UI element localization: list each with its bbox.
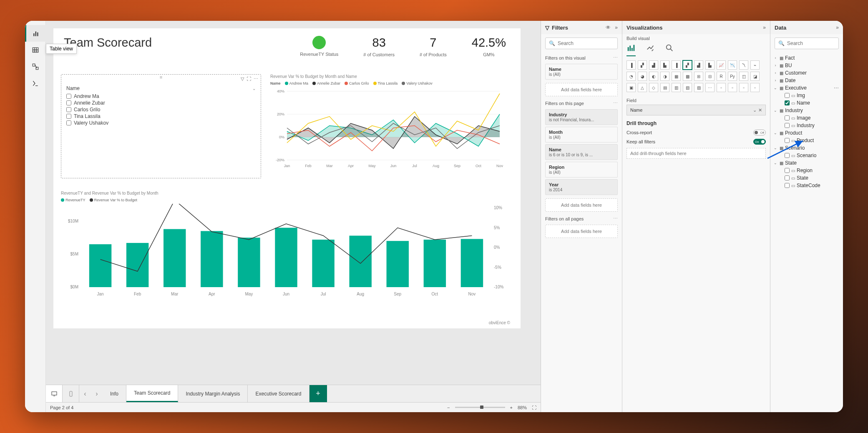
field-img[interactable]: ▭Img: [773, 92, 840, 99]
viz-type-tile[interactable]: ⊞: [694, 72, 703, 81]
filter-icon[interactable]: ▽: [241, 76, 244, 82]
filter-card[interactable]: Regionis (All): [545, 162, 618, 178]
field-state[interactable]: ▭State: [773, 174, 840, 182]
filters-search-input[interactable]: [558, 40, 620, 46]
report-view-button[interactable]: [25, 25, 46, 42]
slicer-item[interactable]: Carlos Grilo: [66, 106, 256, 113]
collapse-icon[interactable]: »: [836, 25, 839, 30]
table-date[interactable]: ›▦Date: [773, 77, 840, 84]
viz-type-tile[interactable]: ▫: [750, 83, 760, 92]
more-icon[interactable]: ⋯: [254, 76, 258, 82]
collapse-icon[interactable]: »: [615, 25, 618, 30]
field-region[interactable]: ▭Region: [773, 167, 840, 174]
viz-type-tile[interactable]: 📉: [728, 60, 737, 70]
viz-type-tile[interactable]: ◪: [750, 72, 760, 81]
viz-type-tile[interactable]: ▙: [660, 60, 669, 70]
desktop-layout-button[interactable]: [46, 385, 63, 402]
viz-type-tile[interactable]: ◫: [739, 72, 748, 81]
build-visual-tab[interactable]: [626, 43, 636, 56]
report-canvas[interactable]: Team Scorecard RevenueTY Status 83# of C…: [46, 21, 541, 385]
viz-type-tile[interactable]: ▞: [683, 60, 692, 70]
filter-card[interactable]: Nameis 6 or is 10 or is 9, is ...: [545, 144, 618, 160]
dax-view-button[interactable]: [25, 75, 46, 92]
focus-icon[interactable]: ⛶: [247, 76, 251, 82]
slicer-item[interactable]: Valery Ushakov: [66, 120, 256, 126]
viz-type-tile[interactable]: ▦: [672, 72, 681, 81]
field-industry[interactable]: ▭Industry: [773, 122, 840, 129]
field-scenario[interactable]: ▭Scenario: [773, 152, 840, 159]
viz-type-tile[interactable]: ◇: [649, 83, 658, 92]
fit-page-icon[interactable]: ⛶: [532, 405, 536, 410]
add-report-filter[interactable]: Add data fields here: [545, 225, 618, 238]
viz-type-tile[interactable]: ⋯: [705, 83, 715, 92]
add-page-button[interactable]: +: [309, 385, 327, 402]
viz-type-tile[interactable]: R: [717, 72, 726, 81]
table-customer[interactable]: ›▦Customer: [773, 69, 840, 77]
dots-icon[interactable]: ⋯: [613, 100, 618, 106]
table-bu[interactable]: ›▦BU: [773, 62, 840, 69]
zoom-in[interactable]: +: [510, 405, 513, 410]
filter-card[interactable]: Industryis not Financial, Insura...: [545, 109, 618, 125]
analytics-tab[interactable]: [665, 43, 674, 56]
viz-type-tile[interactable]: ▐: [672, 60, 681, 70]
viz-type-tile[interactable]: 📈: [717, 60, 726, 70]
zoom-out[interactable]: −: [447, 405, 450, 410]
tab-info[interactable]: Info: [103, 385, 126, 402]
field-well-name[interactable]: Name ⌄✕: [626, 105, 766, 115]
collapse-icon[interactable]: »: [763, 25, 766, 30]
viz-type-tile[interactable]: ▤: [660, 83, 669, 92]
keep-filters-toggle[interactable]: On: [753, 139, 766, 145]
viz-type-tile[interactable]: ▩: [683, 72, 692, 81]
viz-type-tile[interactable]: ▟: [649, 60, 658, 70]
table-view-button[interactable]: Table view: [25, 42, 46, 58]
add-visual-filter[interactable]: Add data fields here: [545, 83, 618, 96]
viz-type-tile[interactable]: ⌁: [750, 60, 760, 70]
chevron-down-icon[interactable]: ⌄: [753, 108, 757, 113]
viz-type-tile[interactable]: ▐: [626, 60, 636, 70]
revenue-combo-chart[interactable]: RevenueTY and Revenue Var % to Budget by…: [61, 191, 512, 316]
eye-icon[interactable]: 👁: [606, 25, 611, 30]
dots-icon[interactable]: ⋯: [613, 55, 618, 60]
filter-card[interactable]: Yearis 2014: [545, 179, 618, 195]
table-fact[interactable]: ›▦Fact: [773, 54, 840, 62]
viz-type-tile[interactable]: ▫: [739, 83, 748, 92]
grip-icon[interactable]: ≡: [160, 75, 162, 82]
field-image[interactable]: ▭Image: [773, 114, 840, 122]
viz-type-tile[interactable]: 〽: [739, 60, 748, 70]
add-page-filter[interactable]: Add data fields here: [545, 198, 618, 212]
viz-type-tile[interactable]: ◑: [660, 72, 669, 81]
slicer-item[interactable]: Tina Lassila: [66, 113, 256, 120]
filters-search[interactable]: 🔍: [545, 38, 618, 49]
tab-executive-scorecard[interactable]: Executive Scorecard: [248, 385, 309, 402]
viz-type-tile[interactable]: ▫: [717, 83, 726, 92]
data-search[interactable]: 🔍: [775, 38, 839, 49]
table-scenario[interactable]: ⌄▦Scenario: [773, 144, 840, 152]
field-product[interactable]: ▭Product: [773, 137, 840, 144]
viz-type-tile[interactable]: ▣: [626, 83, 636, 92]
zoom-slider[interactable]: [455, 407, 505, 408]
viz-type-tile[interactable]: ▧: [683, 83, 692, 92]
dots-icon[interactable]: ⋯: [613, 216, 618, 221]
viz-type-tile[interactable]: △: [638, 83, 647, 92]
viz-type-tile[interactable]: ▨: [694, 83, 703, 92]
tab-prev[interactable]: ‹: [79, 385, 91, 402]
viz-type-tile[interactable]: ◕: [638, 72, 647, 81]
tab-next[interactable]: ›: [91, 385, 103, 402]
chevron-down-icon[interactable]: ⌄: [252, 86, 256, 91]
field-name[interactable]: ▭Name: [773, 99, 840, 107]
dots-icon[interactable]: ⋯: [834, 85, 840, 91]
viz-type-tile[interactable]: ◔: [626, 72, 636, 81]
filter-card[interactable]: Monthis (All): [545, 127, 618, 143]
viz-type-tile[interactable]: ▥: [672, 83, 681, 92]
field-statecode[interactable]: ▭StateCode: [773, 182, 840, 189]
table-industry[interactable]: ⌄▦Industry: [773, 107, 840, 114]
remove-field-icon[interactable]: ✕: [758, 108, 762, 113]
viz-type-tile[interactable]: ◐: [649, 72, 658, 81]
tab-team-scorecard[interactable]: Team Scorecard: [126, 385, 178, 402]
table-executive[interactable]: ⌄▦Executive⋯: [773, 84, 840, 92]
tab-industry-margin-analysis[interactable]: Industry Margin Analysis: [178, 385, 248, 402]
viz-type-tile[interactable]: ▙: [705, 60, 715, 70]
revenue-var-line-chart[interactable]: Revenue Var % to Budget by Month and Nam…: [270, 74, 512, 178]
mobile-layout-button[interactable]: [63, 385, 79, 402]
model-view-button[interactable]: [25, 58, 46, 75]
